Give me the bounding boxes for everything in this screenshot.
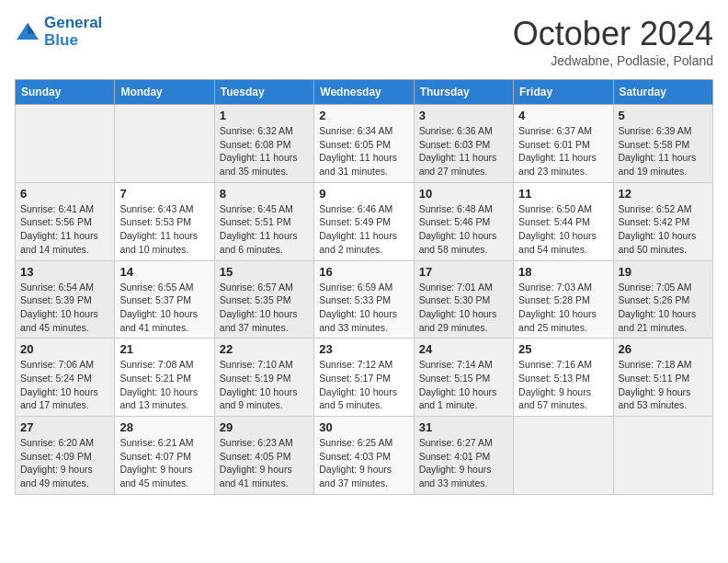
calendar-cell: 7Sunrise: 6:43 AMSunset: 5:53 PMDaylight… bbox=[115, 182, 214, 260]
calendar-cell: 18Sunrise: 7:03 AMSunset: 5:28 PMDayligh… bbox=[514, 260, 613, 339]
calendar-cell: 9Sunrise: 6:46 AMSunset: 5:49 PMDaylight… bbox=[314, 182, 414, 260]
day-info: Sunrise: 6:25 AMSunset: 4:03 PMDaylight:… bbox=[319, 436, 408, 490]
calendar-header: SundayMondayTuesdayWednesdayThursdayFrid… bbox=[16, 80, 713, 105]
calendar-cell: 24Sunrise: 7:14 AMSunset: 5:15 PMDayligh… bbox=[414, 339, 513, 417]
calendar-cell: 25Sunrise: 7:16 AMSunset: 5:13 PMDayligh… bbox=[514, 339, 613, 417]
day-number: 14 bbox=[119, 265, 209, 279]
day-number: 12 bbox=[619, 187, 708, 201]
day-info: Sunrise: 7:18 AMSunset: 5:11 PMDaylight:… bbox=[619, 358, 708, 412]
calendar-cell: 17Sunrise: 7:01 AMSunset: 5:30 PMDayligh… bbox=[414, 260, 513, 339]
day-info: Sunrise: 6:57 AMSunset: 5:35 PMDaylight:… bbox=[220, 281, 309, 335]
day-number: 22 bbox=[220, 342, 309, 356]
calendar-cell: 14Sunrise: 6:55 AMSunset: 5:37 PMDayligh… bbox=[115, 260, 214, 339]
calendar-cell: 13Sunrise: 6:54 AMSunset: 5:39 PMDayligh… bbox=[16, 260, 115, 339]
day-number: 24 bbox=[419, 342, 508, 356]
header-row: SundayMondayTuesdayWednesdayThursdayFrid… bbox=[16, 80, 713, 105]
day-info: Sunrise: 7:16 AMSunset: 5:13 PMDaylight:… bbox=[518, 358, 608, 412]
day-number: 17 bbox=[419, 265, 508, 279]
day-info: Sunrise: 6:45 AMSunset: 5:51 PMDaylight:… bbox=[220, 202, 309, 257]
month-title: October 2024 bbox=[513, 15, 713, 53]
day-info: Sunrise: 7:01 AMSunset: 5:30 PMDaylight:… bbox=[419, 281, 508, 335]
calendar-cell: 27Sunrise: 6:20 AMSunset: 4:09 PMDayligh… bbox=[16, 417, 115, 495]
calendar-table: SundayMondayTuesdayWednesdayThursdayFrid… bbox=[15, 79, 713, 495]
calendar-cell bbox=[115, 105, 214, 183]
day-number: 26 bbox=[619, 342, 708, 356]
day-number: 18 bbox=[518, 265, 608, 279]
day-info: Sunrise: 6:59 AMSunset: 5:33 PMDaylight:… bbox=[319, 281, 408, 335]
week-row-2: 13Sunrise: 6:54 AMSunset: 5:39 PMDayligh… bbox=[16, 260, 713, 339]
header-day-saturday: Saturday bbox=[613, 80, 712, 105]
calendar-cell: 8Sunrise: 6:45 AMSunset: 5:51 PMDaylight… bbox=[214, 182, 313, 260]
calendar-cell: 30Sunrise: 6:25 AMSunset: 4:03 PMDayligh… bbox=[314, 417, 414, 495]
day-number: 23 bbox=[319, 342, 408, 356]
header-day-thursday: Thursday bbox=[414, 80, 513, 105]
header-day-tuesday: Tuesday bbox=[214, 80, 313, 105]
day-number: 25 bbox=[518, 342, 608, 356]
day-number: 9 bbox=[319, 187, 408, 201]
day-number: 7 bbox=[119, 187, 209, 201]
day-number: 20 bbox=[20, 342, 109, 356]
calendar-cell: 10Sunrise: 6:48 AMSunset: 5:46 PMDayligh… bbox=[414, 182, 513, 260]
week-row-0: 1Sunrise: 6:32 AMSunset: 6:08 PMDaylight… bbox=[16, 105, 713, 183]
calendar-cell: 22Sunrise: 7:10 AMSunset: 5:19 PMDayligh… bbox=[214, 339, 313, 417]
header-day-friday: Friday bbox=[514, 80, 613, 105]
day-info: Sunrise: 6:54 AMSunset: 5:39 PMDaylight:… bbox=[20, 281, 109, 335]
calendar-cell: 15Sunrise: 6:57 AMSunset: 5:35 PMDayligh… bbox=[214, 260, 313, 339]
day-number: 2 bbox=[319, 109, 408, 122]
day-number: 11 bbox=[518, 187, 608, 201]
calendar-cell: 20Sunrise: 7:06 AMSunset: 5:24 PMDayligh… bbox=[16, 339, 115, 417]
day-number: 6 bbox=[20, 187, 109, 201]
day-info: Sunrise: 7:12 AMSunset: 5:17 PMDaylight:… bbox=[319, 358, 408, 412]
day-number: 3 bbox=[419, 109, 508, 122]
day-info: Sunrise: 6:41 AMSunset: 5:56 PMDaylight:… bbox=[20, 202, 109, 257]
header-day-sunday: Sunday bbox=[16, 80, 115, 105]
day-info: Sunrise: 6:50 AMSunset: 5:44 PMDaylight:… bbox=[518, 202, 608, 257]
calendar-cell: 12Sunrise: 6:52 AMSunset: 5:42 PMDayligh… bbox=[613, 182, 712, 260]
day-info: Sunrise: 6:52 AMSunset: 5:42 PMDaylight:… bbox=[619, 202, 708, 257]
day-number: 31 bbox=[419, 420, 508, 434]
calendar-cell: 29Sunrise: 6:23 AMSunset: 4:05 PMDayligh… bbox=[214, 417, 313, 495]
week-row-4: 27Sunrise: 6:20 AMSunset: 4:09 PMDayligh… bbox=[16, 417, 713, 495]
calendar-cell bbox=[16, 105, 115, 183]
calendar-cell: 6Sunrise: 6:41 AMSunset: 5:56 PMDaylight… bbox=[16, 182, 115, 260]
day-info: Sunrise: 6:46 AMSunset: 5:49 PMDaylight:… bbox=[319, 202, 408, 257]
calendar-body: 1Sunrise: 6:32 AMSunset: 6:08 PMDaylight… bbox=[16, 105, 713, 495]
day-info: Sunrise: 6:48 AMSunset: 5:46 PMDaylight:… bbox=[419, 202, 508, 257]
day-info: Sunrise: 7:05 AMSunset: 5:26 PMDaylight:… bbox=[619, 281, 708, 335]
day-info: Sunrise: 6:20 AMSunset: 4:09 PMDaylight:… bbox=[20, 436, 109, 490]
calendar-cell: 19Sunrise: 7:05 AMSunset: 5:26 PMDayligh… bbox=[613, 260, 712, 339]
day-number: 5 bbox=[619, 109, 708, 122]
calendar-cell: 3Sunrise: 6:36 AMSunset: 6:03 PMDaylight… bbox=[414, 105, 513, 183]
day-info: Sunrise: 6:43 AMSunset: 5:53 PMDaylight:… bbox=[119, 202, 209, 257]
day-info: Sunrise: 6:32 AMSunset: 6:08 PMDaylight:… bbox=[220, 124, 309, 178]
location-subtitle: Jedwabne, Podlasie, Poland bbox=[513, 53, 713, 68]
day-number: 4 bbox=[518, 109, 608, 122]
logo: General Blue bbox=[15, 15, 102, 49]
day-info: Sunrise: 6:34 AMSunset: 6:05 PMDaylight:… bbox=[319, 124, 408, 178]
calendar-cell: 21Sunrise: 7:08 AMSunset: 5:21 PMDayligh… bbox=[115, 339, 214, 417]
day-number: 10 bbox=[419, 187, 508, 201]
calendar-cell: 4Sunrise: 6:37 AMSunset: 6:01 PMDaylight… bbox=[514, 105, 613, 183]
day-info: Sunrise: 6:55 AMSunset: 5:37 PMDaylight:… bbox=[119, 281, 209, 335]
day-number: 13 bbox=[20, 265, 109, 279]
day-info: Sunrise: 6:23 AMSunset: 4:05 PMDaylight:… bbox=[220, 436, 309, 490]
calendar-cell: 16Sunrise: 6:59 AMSunset: 5:33 PMDayligh… bbox=[314, 260, 414, 339]
calendar-cell: 26Sunrise: 7:18 AMSunset: 5:11 PMDayligh… bbox=[613, 339, 712, 417]
day-info: Sunrise: 6:27 AMSunset: 4:01 PMDaylight:… bbox=[419, 436, 508, 490]
calendar-cell: 1Sunrise: 6:32 AMSunset: 6:08 PMDaylight… bbox=[214, 105, 313, 183]
day-number: 16 bbox=[319, 265, 408, 279]
calendar-cell: 11Sunrise: 6:50 AMSunset: 5:44 PMDayligh… bbox=[514, 182, 613, 260]
calendar-cell bbox=[514, 417, 613, 495]
logo-text: General Blue bbox=[44, 15, 102, 49]
week-row-1: 6Sunrise: 6:41 AMSunset: 5:56 PMDaylight… bbox=[16, 182, 713, 260]
page-header: General Blue October 2024 Jedwabne, Podl… bbox=[15, 15, 713, 68]
day-info: Sunrise: 7:08 AMSunset: 5:21 PMDaylight:… bbox=[119, 358, 209, 412]
week-row-3: 20Sunrise: 7:06 AMSunset: 5:24 PMDayligh… bbox=[16, 339, 713, 417]
day-number: 1 bbox=[220, 109, 309, 122]
day-number: 8 bbox=[220, 187, 309, 201]
day-number: 15 bbox=[220, 265, 309, 279]
day-info: Sunrise: 7:14 AMSunset: 5:15 PMDaylight:… bbox=[419, 358, 508, 412]
calendar-cell: 31Sunrise: 6:27 AMSunset: 4:01 PMDayligh… bbox=[414, 417, 513, 495]
day-number: 21 bbox=[119, 342, 209, 356]
calendar-cell: 5Sunrise: 6:39 AMSunset: 5:58 PMDaylight… bbox=[613, 105, 712, 183]
